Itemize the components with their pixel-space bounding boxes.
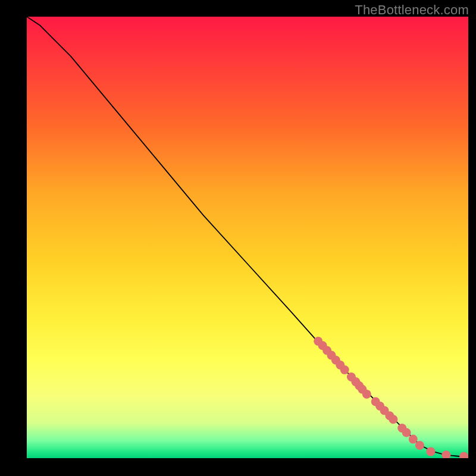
- data-point: [459, 452, 468, 459]
- data-point: [389, 415, 397, 424]
- chart-frame: TheBottleneck.com: [0, 0, 476, 476]
- attribution-text: TheBottleneck.com: [355, 2, 469, 18]
- data-point: [409, 435, 418, 444]
- data-point: [362, 390, 371, 399]
- curve-line: [27, 17, 468, 457]
- data-point: [402, 428, 411, 437]
- chart-svg: [27, 17, 468, 458]
- data-point: [340, 365, 349, 374]
- data-point: [441, 450, 450, 458]
- data-point: [415, 441, 424, 450]
- data-point: [426, 447, 435, 456]
- plot-area: [27, 17, 468, 458]
- marker-group: [314, 337, 468, 458]
